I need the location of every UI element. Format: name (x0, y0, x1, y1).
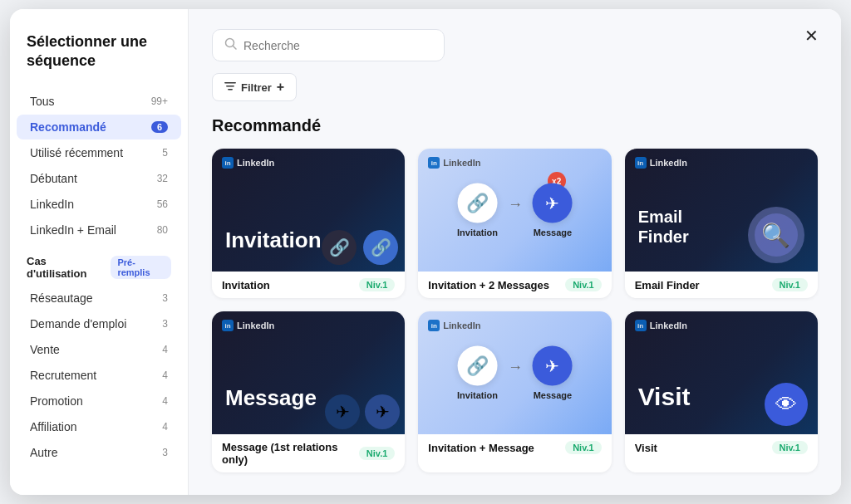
sidebar-item-badge: 4 (162, 369, 168, 381)
main-content: Filtrer + Recommandé inLinkedIn Invitati… (189, 9, 841, 495)
linkedin-label: inLinkedIn (635, 157, 687, 169)
sidebar-item-label: Tous (30, 95, 55, 108)
paper-plane-left: ✈ (325, 394, 360, 429)
niv-badge: Niv.1 (359, 278, 395, 291)
card-invitation[interactable]: inLinkedIn Invitation 🔗 🔗 Invitation Niv… (212, 149, 405, 298)
card-footer-label: Visit (635, 442, 657, 454)
linkedin-label: inLinkedIn (222, 157, 274, 169)
paper-plane-right: ✈ (365, 394, 400, 429)
sidebar-item-label: Réseautage (30, 291, 93, 305)
sidebar-item-linkedin[interactable]: LinkedIn56 (17, 192, 181, 217)
card-footer-label: Invitation + 2 Messages (428, 279, 549, 291)
sidebar-item-recrutement[interactable]: Recrutement4 (17, 363, 181, 388)
search-bubble: 🔍 (748, 207, 804, 263)
sidebar-item-label: Affiliation (30, 420, 77, 433)
search-bar[interactable] (212, 29, 445, 61)
sidebar-item-tous[interactable]: Tous99+ (17, 89, 181, 114)
cas-utilisation-label: Cas d'utilisation (27, 255, 104, 280)
svg-rect-2 (224, 82, 236, 84)
niv-badge: Niv.1 (359, 447, 395, 460)
card-main-title: Visit (638, 383, 691, 411)
sidebar-item-label: Utilisé récemment (30, 146, 123, 159)
card-visit[interactable]: inLinkedIn Visit 👁 Visit Niv.1 (625, 311, 818, 472)
pre-remplis-badge: Pré-remplis (111, 256, 171, 279)
card-footer: Message (1st relations only) Niv.1 (212, 434, 405, 472)
sidebar-item-label: Recommandé (30, 120, 106, 134)
sidebar-item-label: Autre (30, 446, 57, 459)
inv-msg-container: 🔗 Invitation → ✈ Message (457, 183, 573, 237)
chain-icon-right: 🔗 (363, 230, 398, 265)
svg-rect-3 (226, 86, 234, 87)
card-message[interactable]: inLinkedIn Message ✈ ✈ Message (1st rela… (212, 311, 405, 472)
niv-badge: Niv.1 (565, 441, 601, 454)
filter-icon (224, 82, 236, 92)
card-footer-label: Email Finder (635, 279, 700, 291)
svg-line-1 (234, 46, 237, 50)
sidebar: Sélectionner une séquence Tous99+Recomma… (10, 9, 189, 495)
sidebar-item-debutant[interactable]: Débutant32 (17, 166, 181, 191)
eye-bubble: 👁 (765, 383, 808, 426)
sidebar-item-badge: 4 (162, 395, 168, 407)
linkedin-label: inLinkedIn (428, 157, 480, 169)
svg-rect-4 (228, 89, 233, 91)
sidebar-item-badge: 6 (151, 121, 168, 133)
sidebar-item-badge: 99+ (151, 95, 168, 107)
sidebar-item-label: Demande d'emploi (30, 317, 126, 330)
cas-items: Réseautage3Demande d'emploi3Vente4Recrut… (10, 286, 188, 465)
card-footer: Visit Niv.1 (625, 434, 818, 461)
sidebar-item-badge: 3 (162, 447, 168, 458)
sidebar-item-badge: 4 (162, 421, 168, 433)
sidebar-item-badge: 5 (162, 147, 168, 159)
card-invitation-2-messages[interactable]: inLinkedIn x2 🔗 Invitation → ✈ Message (418, 149, 611, 298)
sidebar-item-label: Recrutement (30, 369, 96, 382)
close-button[interactable]: ✕ (798, 22, 824, 49)
sidebar-item-demande-emploi[interactable]: Demande d'emploi3 (17, 311, 181, 336)
sidebar-item-label: Vente (30, 343, 60, 356)
card-main-title: Invitation (225, 228, 322, 253)
sidebar-item-badge: 80 (157, 224, 168, 236)
sidebar-item-recommande[interactable]: Recommandé6 (17, 115, 181, 139)
card-main-title: EmailFinder (638, 207, 689, 247)
cas-utilisation-section: Cas d'utilisation Pré-remplis (10, 243, 188, 285)
card-email-finder[interactable]: inLinkedIn EmailFinder 🔍 Email Finder Ni… (625, 149, 818, 298)
sidebar-item-linkedin-email[interactable]: LinkedIn + Email80 (17, 218, 181, 242)
sidebar-title: Sélectionner une séquence (10, 32, 188, 88)
search-input[interactable] (243, 39, 432, 52)
inv-msg-container: 🔗 Invitation → ✈ Message (457, 346, 573, 400)
card-main-title: Message (225, 385, 317, 411)
card-footer: Invitation + Message Niv.1 (418, 434, 611, 461)
sidebar-item-label: LinkedIn + Email (30, 223, 116, 237)
niv-badge: Niv.1 (565, 278, 601, 291)
filter-button[interactable]: Filtrer + (212, 73, 297, 101)
sidebar-item-label: Débutant (30, 172, 77, 185)
card-footer-label: Invitation (222, 279, 270, 291)
linkedin-label: inLinkedIn (428, 320, 480, 331)
card-footer-label: Invitation + Message (428, 442, 534, 454)
card-footer: Email Finder Niv.1 (625, 272, 818, 298)
modal: ✕ Sélectionner une séquence Tous99+Recom… (10, 9, 841, 495)
card-invitation-message[interactable]: inLinkedIn 🔗 Invitation → ✈ Message (418, 311, 611, 472)
linkedin-label: inLinkedIn (222, 320, 274, 331)
sidebar-item-badge: 4 (162, 344, 168, 355)
sidebar-item-utilise-recemment[interactable]: Utilisé récemment5 (17, 140, 181, 165)
sidebar-item-promotion[interactable]: Promotion4 (17, 389, 181, 413)
sidebar-item-badge: 32 (157, 173, 168, 184)
section-title: Recommandé (212, 116, 818, 135)
niv-badge: Niv.1 (772, 441, 808, 454)
sidebar-item-autre[interactable]: Autre3 (17, 440, 181, 465)
search-icon (224, 37, 237, 53)
niv-badge: Niv.1 (772, 278, 808, 291)
sidebar-item-label: LinkedIn (30, 198, 74, 211)
sidebar-item-vente[interactable]: Vente4 (17, 337, 181, 362)
sidebar-item-label: Promotion (30, 394, 83, 408)
sidebar-item-badge: 56 (157, 198, 168, 210)
sidebar-items: Tous99+Recommandé6Utilisé récemment5Débu… (10, 89, 188, 242)
sidebar-item-affiliation[interactable]: Affiliation4 (17, 414, 181, 439)
chain-icon-left: 🔗 (322, 230, 357, 265)
cards-grid: inLinkedIn Invitation 🔗 🔗 Invitation Niv… (212, 149, 818, 472)
sidebar-item-badge: 3 (162, 318, 168, 330)
card-footer: Invitation + 2 Messages Niv.1 (418, 272, 611, 298)
linkedin-label: inLinkedIn (635, 320, 687, 331)
sidebar-item-badge: 3 (162, 292, 168, 304)
sidebar-item-reseautage[interactable]: Réseautage3 (17, 286, 181, 311)
